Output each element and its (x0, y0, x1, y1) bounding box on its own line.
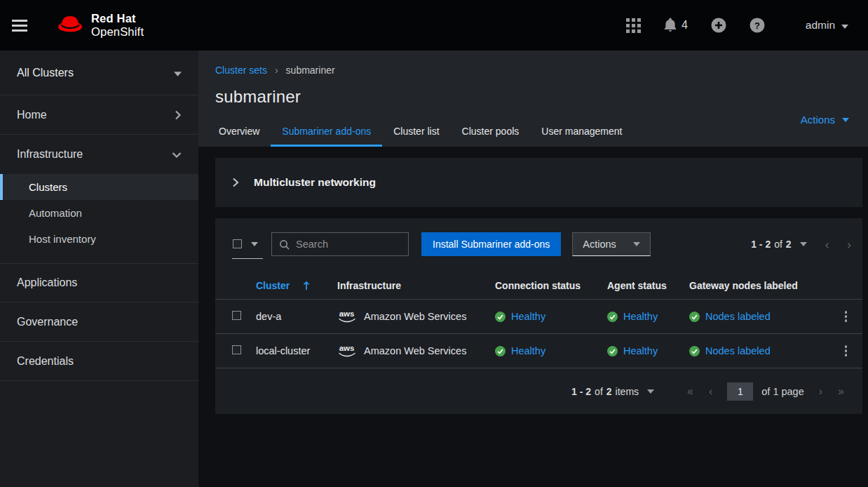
gateway-nodes-link[interactable]: Nodes labeled (705, 311, 771, 322)
actions-label: Actions (801, 114, 835, 126)
toolbar-actions-dropdown[interactable]: Actions (572, 232, 651, 256)
column-header-cluster[interactable]: Cluster (256, 280, 337, 291)
tab-submariner-add-ons[interactable]: Submariner add-ons (271, 117, 382, 147)
column-header-gateway-nodes-labeled[interactable]: Gateway nodes labeled (689, 280, 841, 291)
create-plus-circle-icon[interactable] (711, 18, 726, 33)
help-question-circle-icon[interactable]: ? (750, 18, 765, 33)
agent-status-link[interactable]: Healthy (623, 345, 658, 356)
column-header-agent-status[interactable]: Agent status (607, 280, 689, 291)
sidebar-item-infrastructure[interactable]: Infrastructure (0, 135, 198, 174)
app-launcher-grid-icon[interactable] (626, 18, 641, 33)
column-label: Cluster (256, 280, 290, 291)
nav-toggle-hamburger-icon[interactable] (12, 17, 30, 34)
row-kebab-menu-icon[interactable] (841, 341, 852, 361)
search-icon (279, 239, 290, 250)
pagination-top: 1 - 2 of 2 ‹ › (751, 239, 851, 251)
pagination-range-dropdown[interactable]: 1 - 2 of 2 (751, 239, 807, 250)
infrastructure-cell: aws Amazon Web Services (337, 310, 495, 323)
pagination-of: of (774, 239, 782, 250)
brand-line-1: Red Hat (91, 12, 144, 25)
sidebar-item-label: Automation (29, 207, 82, 219)
first-page-icon[interactable]: « (687, 386, 693, 397)
page-actions-dropdown[interactable]: Actions (801, 114, 849, 126)
pagination-range: 1 - 2 (751, 239, 771, 250)
expandable-section-title: Multicluster networking (254, 176, 376, 189)
page-title: submariner (215, 87, 851, 107)
sidebar-item-label: Credentials (17, 355, 74, 368)
perspective-switcher-all-clusters[interactable]: All Clusters (0, 51, 198, 95)
bell-icon (664, 18, 677, 34)
check-circle-success-icon (495, 346, 506, 356)
sidebar-item-home[interactable]: Home (0, 95, 198, 135)
search-input[interactable] (296, 239, 401, 250)
check-circle-success-icon (607, 346, 618, 356)
sort-ascending-arrow-icon (303, 281, 310, 291)
aws-logo-text: aws (339, 310, 355, 319)
page-content: Multicluster networking (198, 147, 868, 487)
infrastructure-label: Amazon Web Services (364, 345, 466, 356)
perspective-label: All Clusters (17, 67, 74, 79)
connection-status-link[interactable]: Healthy (511, 311, 545, 322)
cluster-name: dev-a (256, 311, 337, 322)
connection-status-link[interactable]: Healthy (511, 345, 545, 356)
sidebar-item-label: Host inventory (29, 233, 96, 245)
pagination-items-word: items (616, 386, 639, 397)
masthead: Red Hat OpenShift 4 (0, 0, 868, 51)
tab-cluster-list[interactable]: Cluster list (382, 117, 450, 147)
last-page-icon[interactable]: » (838, 386, 844, 397)
column-header-connection-status[interactable]: Connection status (495, 280, 607, 291)
table-header-row: Cluster Infrastructure Connection status… (215, 272, 862, 300)
aws-icon: aws (337, 345, 356, 358)
chevron-right-icon (174, 110, 182, 120)
sidebar-item-governance[interactable]: Governance (0, 302, 198, 342)
breadcrumb-current: submariner (286, 65, 335, 76)
column-header-infrastructure[interactable]: Infrastructure (337, 280, 495, 291)
tab-overview[interactable]: Overview (208, 117, 271, 147)
submariner-addons-table-card: Install Submariner add-ons Actions 1 - 2… (215, 218, 862, 414)
pagination-total: 2 (786, 239, 792, 250)
user-menu-dropdown[interactable]: admin (806, 19, 848, 32)
breadcrumb: Cluster sets › submariner (215, 65, 851, 76)
page-of-label: of 1 page (761, 386, 803, 397)
sidebar-item-applications[interactable]: Applications (0, 263, 198, 302)
pagination-items-dropdown[interactable]: 1 - 2 of 2 items (571, 386, 654, 397)
connection-status-cell: Healthy (495, 345, 607, 356)
next-page-icon[interactable]: › (819, 386, 822, 397)
install-submariner-addons-button[interactable]: Install Submariner add-ons (421, 232, 561, 256)
sidebar-item-automation[interactable]: Automation (0, 200, 198, 226)
table-toolbar: Install Submariner add-ons Actions 1 - 2… (215, 218, 862, 272)
search-box (271, 232, 409, 256)
prev-page-icon[interactable]: ‹ (825, 239, 829, 251)
row-checkbox[interactable] (232, 345, 241, 354)
sidebar-item-label: Home (17, 109, 47, 121)
breadcrumb-separator-icon: › (275, 65, 278, 76)
pagination-total: 2 (606, 386, 612, 397)
redhat-openshift-logo[interactable]: Red Hat OpenShift (55, 12, 144, 39)
check-circle-success-icon (689, 346, 700, 356)
sidebar-item-clusters[interactable]: Clusters (0, 174, 198, 200)
current-page-input[interactable] (727, 382, 753, 401)
next-page-icon[interactable]: › (847, 239, 851, 251)
breadcrumb-link-cluster-sets[interactable]: Cluster sets (215, 65, 267, 76)
tab-cluster-pools[interactable]: Cluster pools (451, 117, 531, 147)
prev-page-icon[interactable]: ‹ (709, 386, 712, 397)
row-kebab-menu-icon[interactable] (841, 307, 852, 327)
infrastructure-label: Amazon Web Services (364, 311, 466, 322)
tab-user-management[interactable]: User management (530, 117, 633, 147)
agent-status-link[interactable]: Healthy (623, 311, 658, 322)
gateway-nodes-link[interactable]: Nodes labeled (705, 345, 771, 356)
agent-status-cell: Healthy (607, 345, 689, 356)
infrastructure-subnav: Clusters Automation Host inventory (0, 174, 198, 263)
select-all-checkbox[interactable] (233, 239, 242, 248)
notifications-button[interactable]: 4 (664, 18, 688, 34)
pagination-of: of (595, 386, 603, 397)
sidebar-item-host-inventory[interactable]: Host inventory (0, 226, 198, 252)
sidebar-item-label: Infrastructure (17, 148, 83, 161)
bulk-select-dropdown[interactable] (232, 229, 263, 259)
table-row: local-cluster aws Amazon Web Services (215, 334, 862, 368)
multicluster-networking-expandable[interactable]: Multicluster networking (215, 158, 862, 207)
sidebar-item-credentials[interactable]: Credentials (0, 342, 198, 381)
caret-down-icon (174, 67, 182, 79)
masthead-toolbar: 4 ? admin (603, 18, 848, 34)
row-checkbox[interactable] (232, 311, 241, 320)
